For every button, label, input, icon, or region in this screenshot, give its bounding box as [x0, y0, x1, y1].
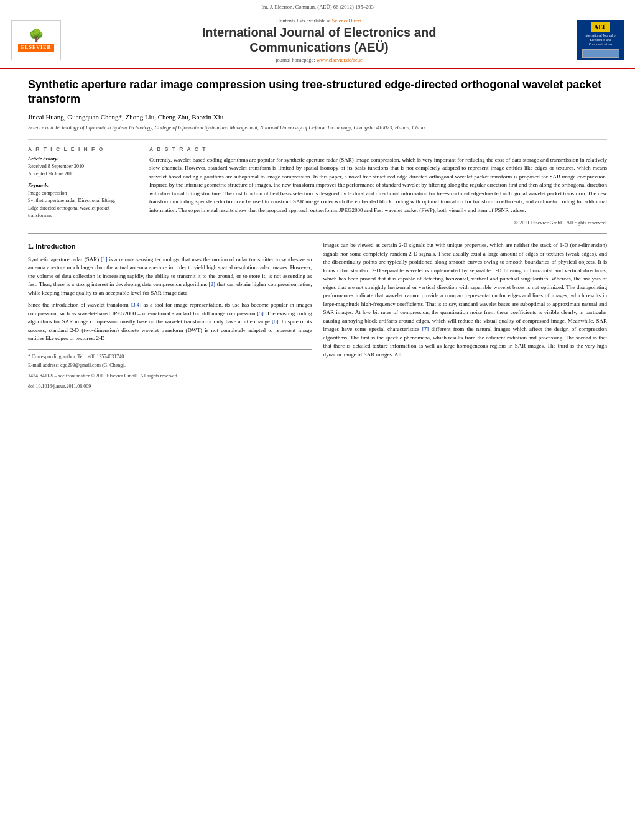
author-names: Jincai Huang, Guangquan Cheng*, Zhong Li… — [28, 113, 223, 121]
keyword-2: Synthetic aperture radar, Directional li… — [28, 197, 137, 205]
journal-header: 🌳 ELSEVIER Contents lists available at S… — [0, 12, 635, 69]
info-abstract-section: A R T I C L E I N F O Article history: R… — [28, 146, 607, 226]
sciencedirect-line: Contents lists available at ScienceDirec… — [67, 17, 571, 24]
intro-para-2: Since the introduction of wavelet transf… — [28, 301, 312, 343]
accepted-date: Accepted 26 June 2011 — [28, 170, 137, 178]
intro-para-3: images can be viewed as certain 2-D sign… — [323, 241, 608, 359]
body-section: 1. Introduction Synthetic aperture radar… — [28, 241, 607, 392]
footnote-star: * Corresponding author. Tel.: +86 135748… — [28, 353, 312, 360]
keywords-group: Keywords: Image compression Synthetic ap… — [28, 183, 137, 219]
intro-para-1: Synthetic aperture radar (SAR) [1] is a … — [28, 256, 312, 298]
journal-homepage: journal homepage: www.elsevier.de/aeue — [67, 57, 571, 63]
article-history-title: Article history: — [28, 156, 137, 162]
doi-line: doi:10.1016/j.aeue.2011.06.009 — [28, 383, 312, 390]
abstract-text: Currently, wavelet-based coding algorith… — [149, 156, 607, 215]
aeu-cover-image — [582, 49, 619, 58]
article-info-panel: A R T I C L E I N F O Article history: R… — [28, 146, 137, 226]
body-col-left: 1. Introduction Synthetic aperture radar… — [28, 241, 312, 392]
footnote-area: * Corresponding author. Tel.: +86 135748… — [28, 349, 312, 390]
top-citation-bar: Int. J. Electron. Commun. (AEÜ) 66 (2012… — [0, 0, 635, 12]
divider-1 — [28, 139, 607, 140]
copyright-line: © 2011 Elsevier GmbH. All rights reserve… — [149, 219, 607, 226]
keyword-1: Image compression — [28, 190, 137, 197]
article-info-label: A R T I C L E I N F O — [28, 146, 137, 152]
citation-text: Int. J. Electron. Commun. (AEÜ) 66 (2012… — [261, 4, 374, 10]
body-col-right: images can be viewed as certain 2-D sign… — [323, 241, 608, 392]
sciencedirect-link[interactable]: ScienceDirect — [332, 17, 362, 24]
abstract-panel: A B S T R A C T Currently, wavelet-based… — [149, 146, 607, 226]
journal-center-info: Contents lists available at ScienceDirec… — [67, 17, 571, 63]
homepage-url[interactable]: www.elsevier.de/aeue — [317, 57, 363, 63]
section-1-heading: 1. Introduction — [28, 241, 312, 252]
keyword-3: Edge-directed orthogonal wavelet packet — [28, 205, 137, 212]
keyword-4: transformns — [28, 212, 137, 219]
authors: Jincai Huang, Guangquan Cheng*, Zhong Li… — [28, 113, 607, 121]
footnote-email: E-mail address: cgq299@gmail.com (G. Che… — [28, 362, 312, 369]
abstract-label: A B S T R A C T — [149, 146, 607, 152]
divider-2 — [28, 233, 607, 234]
article-content: Synthetic aperture radar image compressi… — [0, 69, 635, 404]
received-date: Received 8 September 2010 — [28, 163, 137, 170]
elsevier-logo: 🌳 ELSEVIER — [11, 20, 61, 60]
keywords-title: Keywords: — [28, 183, 137, 188]
journal-title: International Journal of Electronics and… — [67, 25, 571, 55]
article-title: Synthetic aperture radar image compressi… — [28, 78, 607, 107]
aeu-cover-logo: AEÜ International Journal of Electronics… — [577, 20, 624, 60]
issn-line: 1434-8411/$ – see front matter © 2011 El… — [28, 372, 312, 379]
affiliation: Science and Technology of Information Sy… — [28, 124, 607, 132]
article-history-group: Article history: Received 8 September 20… — [28, 156, 137, 178]
